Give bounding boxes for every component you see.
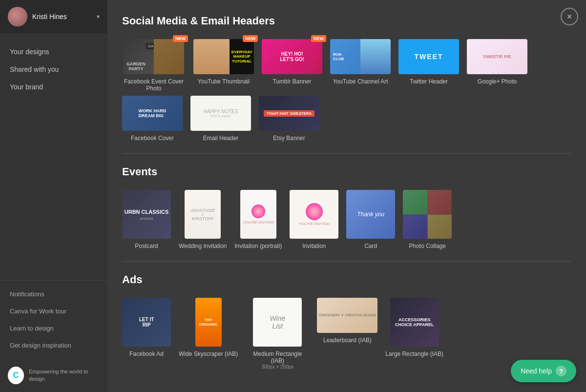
section-divider-2 (122, 261, 571, 262)
thumb-wrapper: HAPPY NOTES from a reader (190, 96, 251, 131)
thumb-wrapper: ACCESSORIESCHOICE APPAREL (390, 298, 439, 347)
template-youtube-channel[interactable]: RUNCLUB YouTube Channel Art (330, 39, 391, 92)
template-thumb: TIGHT KNIT SWEATERS (259, 96, 319, 131)
sidebar-bottom: Notifications Canva for Work tour Learn … (0, 275, 107, 359)
template-label: Invitation (302, 243, 326, 249)
template-photo-collage[interactable]: Photo Collage (403, 190, 452, 249)
sidebar-header: Kristi Hines ▾ (0, 0, 107, 33)
main-content: × Social Media & Email Headers GARDENPAR… (107, 0, 586, 392)
template-facebook-ad[interactable]: LET ITRIP Facebook Ad (122, 298, 171, 370)
template-thumb: LET ITRIP (122, 298, 171, 347)
template-facebook-cover[interactable]: WORK HARDDREAM BIG Facebook Cover (122, 96, 183, 142)
thumb-wrapper: TWEET (398, 39, 459, 74)
template-label: Facebook Cover (131, 135, 174, 142)
sidebar-item-shared-with-you[interactable]: Shared with you (0, 61, 107, 78)
username: Kristi Hines (32, 13, 97, 21)
template-thumb: ANASTASIE & KRISTOFF (185, 190, 221, 239)
thumb-wrapper: YOU'RE INVITED (240, 190, 276, 239)
template-label: Email Header (203, 135, 239, 142)
close-button[interactable]: × (561, 8, 578, 25)
template-label: YouTube Thumbnail (198, 78, 250, 85)
thumb-wrapper: EVERYDAYMAKEUPTUTORIAL NEW (193, 39, 254, 74)
template-thumb: ACCESSORIESCHOICE APPAREL (390, 298, 439, 347)
template-thumb: YOU'RE INVITED (290, 190, 338, 239)
template-thumb: YOU'RE INVITED (240, 190, 276, 239)
help-icon: ? (556, 366, 566, 376)
thumb-wrapper: LET ITRIP (122, 298, 171, 347)
thumb-wrapper: TIGHT KNIT SWEATERS (259, 96, 319, 131)
sidebar-item-your-brand[interactable]: Your brand (0, 78, 107, 96)
sidebar-nav: Your designs Shared with you Your brand (0, 33, 107, 275)
events-section: Events URBN CLASSICS postcard Postcard (122, 165, 571, 249)
template-invitation-portrait[interactable]: YOU'RE INVITED Invitation (portrait) (235, 190, 282, 249)
template-medium-rectangle[interactable]: WineList Medium Rectangle (IAB) 300px × … (246, 298, 309, 370)
section-divider-1 (122, 153, 571, 154)
sidebar-item-canva-work-tour[interactable]: Canva for Work tour (0, 303, 107, 320)
template-thumb: TRYORGANIC (195, 298, 222, 347)
template-thumb: EVERYDAYMAKEUPTUTORIAL (193, 39, 254, 74)
template-card[interactable]: Thank you Card (346, 190, 395, 249)
social-media-grid: GARDENPARTY NEW Facebook Event Cover Pho… (122, 39, 571, 92)
template-thumb: HAPPY NOTES from a reader (190, 96, 251, 131)
template-label: Card (364, 243, 377, 249)
template-large-rectangle[interactable]: ACCESSORIESCHOICE APPAREL Large Rectangl… (385, 298, 443, 370)
template-thumb: STATIONERY ✦ CREATIVE DESIGN (317, 298, 377, 333)
template-label: Etsy Banner (273, 135, 305, 142)
template-leaderboard[interactable]: STATIONERY ✦ CREATIVE DESIGN Leaderboard… (317, 298, 377, 370)
template-etsy-banner[interactable]: TIGHT KNIT SWEATERS Etsy Banner (259, 96, 319, 142)
thumb-wrapper: YOU'RE INVITED (290, 190, 338, 239)
sidebar-item-learn-to-design[interactable]: Learn to design (0, 320, 107, 337)
template-label: Postcard (135, 243, 158, 249)
social-media-title: Social Media & Email Headers (122, 15, 571, 27)
sidebar-item-get-design-inspiration[interactable]: Get design inspiration (0, 337, 107, 354)
thumb-wrapper: TRYORGANIC (195, 298, 222, 347)
ads-section: Ads LET ITRIP Facebook Ad (122, 273, 571, 370)
template-facebook-event[interactable]: GARDENPARTY NEW Facebook Event Cover Pho… (122, 39, 186, 92)
template-wide-skyscraper[interactable]: TRYORGANIC Wide Skyscraper (IAB) (179, 298, 238, 370)
new-badge: NEW (173, 35, 188, 42)
ads-grid: LET ITRIP Facebook Ad TRYORGANIC Wide Sk… (122, 298, 571, 370)
template-thumb: TWEET (398, 39, 459, 74)
thumb-wrapper: SWEETIE PIE (467, 39, 527, 74)
template-thumb: WineList (253, 298, 302, 347)
footer-text: Empowering the world to design (29, 368, 100, 383)
events-grid: URBN CLASSICS postcard Postcard ANASTASI… (122, 190, 571, 249)
avatar (8, 7, 27, 26)
social-media-section: Social Media & Email Headers GARDENPARTY… (122, 15, 571, 142)
thumb-wrapper: STATIONERY ✦ CREATIVE DESIGN (317, 298, 377, 333)
template-google-plus[interactable]: SWEETIE PIE Google+ Photo (467, 39, 527, 92)
thumb-wrapper: URBN CLASSICS postcard (122, 190, 171, 239)
template-twitter-header[interactable]: TWEET Twitter Header (398, 39, 459, 92)
template-wedding-invitation[interactable]: ANASTASIE & KRISTOFF Wedding Invitation (179, 190, 227, 249)
chevron-down-icon[interactable]: ▾ (97, 13, 100, 20)
sidebar: Kristi Hines ▾ Your designs Shared with … (0, 0, 107, 392)
template-label: Leaderboard (IAB) (323, 337, 372, 344)
template-postcard[interactable]: URBN CLASSICS postcard Postcard (122, 190, 171, 249)
social-media-grid-row2: WORK HARDDREAM BIG Facebook Cover HAPPY … (122, 96, 571, 142)
need-help-label: Need help (521, 367, 552, 375)
template-label: Medium Rectangle (IAB) (246, 351, 309, 364)
sidebar-item-your-designs[interactable]: Your designs (0, 43, 107, 61)
canva-logo: C (8, 367, 24, 384)
template-thumb: SWEETIE PIE (467, 39, 527, 74)
need-help-button[interactable]: Need help ? (511, 360, 576, 382)
ads-title: Ads (122, 273, 571, 286)
thumb-wrapper: ANASTASIE & KRISTOFF (185, 190, 221, 239)
sidebar-divider (0, 280, 107, 281)
new-badge: NEW (243, 35, 258, 42)
template-label: Facebook Ad (129, 351, 164, 357)
template-youtube-thumbnail[interactable]: EVERYDAYMAKEUPTUTORIAL NEW YouTube Thumb… (193, 39, 254, 92)
thumb-wrapper: HEY! HO!LET'S GO! NEW (262, 39, 322, 74)
template-invitation[interactable]: YOU'RE INVITED Invitation (290, 190, 338, 249)
sidebar-item-notifications[interactable]: Notifications (0, 286, 107, 303)
template-email-header[interactable]: HAPPY NOTES from a reader Email Header (190, 96, 251, 142)
template-label: Wide Skyscraper (IAB) (179, 351, 238, 357)
thumb-wrapper: WineList (253, 298, 302, 347)
thumb-wrapper: GARDENPARTY NEW (124, 39, 184, 74)
template-label: Photo Collage (409, 243, 446, 249)
template-sublabel: 300px × 250px (261, 364, 293, 370)
sidebar-footer: C Empowering the world to design (0, 359, 107, 392)
template-label: Wedding Invitation (179, 243, 227, 249)
template-tumblr-banner[interactable]: HEY! HO!LET'S GO! NEW Tumblr Banner (262, 39, 322, 92)
template-thumb: Thank you (346, 190, 395, 239)
